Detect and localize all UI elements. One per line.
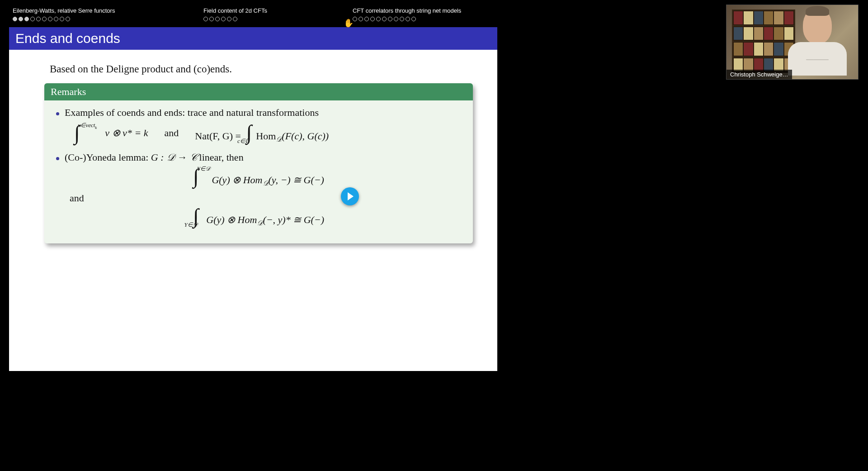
speaker-webcam[interactable]: Christoph Schweige… <box>726 5 859 80</box>
nav-section-2-title: Field content of 2d CFTs <box>203 7 353 14</box>
nav-section-1[interactable]: Eilenberg-Watts, relative Serre functors <box>9 7 203 27</box>
nav-progress-dot[interactable] <box>36 17 41 21</box>
nav-progress-dot[interactable] <box>13 17 17 21</box>
speaker-figure <box>786 8 849 80</box>
nav-progress-dot[interactable] <box>359 17 363 21</box>
equation-row-1: ∫ v∈vectk v ⊗ v* = k and Nat(F, G) = ∫ c… <box>74 122 461 143</box>
bullet-2: (Co-)Yoneda lemma: G : 𝒟 → 𝒞 linear, the… <box>56 152 461 163</box>
nav-progress-dot[interactable] <box>42 17 47 21</box>
nav-progress-dot[interactable] <box>406 17 410 21</box>
pointer-hand-icon: ✋ <box>344 18 354 28</box>
nav-progress-dot[interactable] <box>382 17 387 21</box>
eq1-body: v ⊗ v* = k <box>105 127 148 139</box>
nav-progress-dot[interactable] <box>388 17 392 21</box>
nav-progress-dot[interactable] <box>370 17 375 21</box>
nav-progress-dot[interactable] <box>24 17 29 21</box>
nav-section-3-title: CFT correlators through string net model… <box>353 7 497 14</box>
speaker-name-label: Christoph Schweige… <box>726 70 792 79</box>
nav-section-2[interactable]: Field content of 2d CFTs <box>203 7 353 27</box>
nav-progress-dot[interactable] <box>215 17 220 21</box>
nav-progress-dot[interactable] <box>227 17 231 21</box>
nav-progress-dot[interactable] <box>60 17 64 21</box>
nav-progress-dot[interactable] <box>203 17 208 21</box>
slide-title: Ends and coends <box>9 27 497 50</box>
nav-progress-dot[interactable] <box>54 17 58 21</box>
nav-progress-dot[interactable] <box>411 17 416 21</box>
equation-3: ∫ Y∈𝒟 G(y) ⊗ Hom𝒟(−, y)* ≅ G(−) <box>56 206 461 227</box>
nav-section-1-dots <box>13 17 203 21</box>
slide-intro-text: Based on the Deligne product and (co)end… <box>50 63 484 75</box>
slide-body: Based on the Deligne product and (co)end… <box>9 50 497 243</box>
play-icon <box>348 192 354 200</box>
nav-section-3-dots <box>353 17 497 21</box>
nav-progress-dot[interactable] <box>376 17 381 21</box>
coend-integral-1: ∫ v∈vectk <box>74 123 99 143</box>
nav-progress-dot[interactable] <box>66 17 70 21</box>
nav-section-1-title: Eilenberg-Watts, relative Serre functors <box>13 7 203 14</box>
nav-section-2-dots <box>203 17 353 21</box>
and-text: and <box>70 192 461 204</box>
bullet-1: Examples of coends and ends: trace and n… <box>56 107 461 119</box>
slide-nav-bar: Eilenberg-Watts, relative Serre functors… <box>9 5 497 27</box>
eq1-and: and <box>165 127 179 139</box>
remarks-box: Remarks Examples of coends and ends: tra… <box>44 83 473 243</box>
remarks-body: Examples of coends and ends: trace and n… <box>44 100 473 243</box>
nav-progress-dot[interactable] <box>221 17 226 21</box>
nav-progress-dot[interactable] <box>30 17 35 21</box>
nav-progress-dot[interactable] <box>48 17 52 21</box>
equation-2: ∫ Y∈𝒟 G(y) ⊗ Hom𝒟(y, −) ≅ G(−) <box>56 166 461 187</box>
nav-progress-dot[interactable] <box>233 17 237 21</box>
bullet-2-text: (Co-)Yoneda lemma: G : 𝒟 → 𝒞 linear, the… <box>65 152 244 163</box>
remarks-heading: Remarks <box>44 83 473 100</box>
nav-section-3[interactable]: CFT correlators through string net model… <box>353 7 497 27</box>
slide: Eilenberg-Watts, relative Serre functors… <box>9 5 497 371</box>
nav-progress-dot[interactable] <box>364 17 369 21</box>
nav-progress-dot[interactable] <box>400 17 404 21</box>
bullet-dot-icon <box>56 112 59 115</box>
nav-progress-dot[interactable] <box>19 17 23 21</box>
play-button[interactable] <box>341 187 359 205</box>
eq1-nat: Nat(F, G) = ∫ c∈ℂ Hom𝒟(F(c), G(c)) <box>195 122 329 143</box>
nav-progress-dot[interactable] <box>394 17 398 21</box>
nav-progress-dot[interactable] <box>209 17 214 21</box>
bullet-1-text: Examples of coends and ends: trace and n… <box>65 107 319 119</box>
presentation-stage: Eilenberg-Watts, relative Serre functors… <box>0 0 677 381</box>
bullet-dot-icon <box>56 157 59 160</box>
